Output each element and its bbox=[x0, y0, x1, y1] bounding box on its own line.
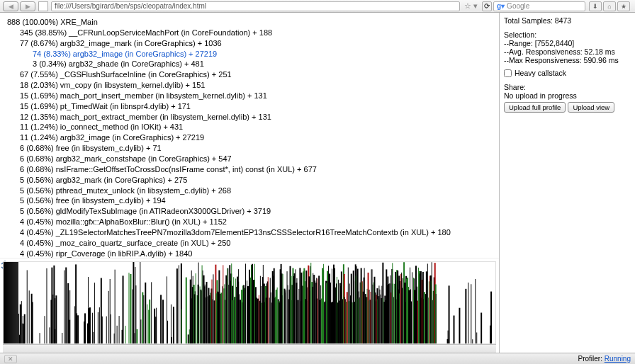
upload-status: No upload in progress bbox=[504, 91, 631, 100]
tree-row[interactable]: 888 (100.00%) XRE_Main bbox=[7, 17, 492, 28]
heavy-callstack-checkbox[interactable] bbox=[504, 69, 512, 77]
svg-rect-349 bbox=[369, 290, 370, 343]
svg-rect-205 bbox=[262, 303, 262, 344]
svg-rect-305 bbox=[337, 277, 337, 343]
tree-row[interactable]: 5 (0.56%) free (in libsystem_c.dylib) + … bbox=[20, 195, 492, 206]
svg-rect-207 bbox=[263, 265, 264, 343]
close-icon[interactable]: ✕ bbox=[4, 355, 17, 363]
tree-row[interactable]: 5 (0.56%) pthread_mutex_unlock (in libsy… bbox=[20, 186, 492, 196]
tree-row[interactable]: 12 (1.35%) mach_port_extract_member (in … bbox=[20, 112, 492, 123]
tree-row[interactable]: 18 (2.03%) vm_copy (in libsystem_kernel.… bbox=[20, 80, 492, 91]
selection-label: Selection: bbox=[504, 30, 631, 39]
tree-row[interactable]: 77 (8.67%) argb32_image_mark (in CoreGra… bbox=[20, 38, 492, 49]
svg-rect-302 bbox=[335, 268, 335, 344]
bookmark-star-icon[interactable]: ☆ bbox=[464, 1, 471, 11]
download-icon[interactable]: ⬇ bbox=[589, 1, 602, 11]
bookmarks-icon[interactable]: ★ bbox=[617, 1, 630, 11]
profiler-running-link[interactable]: Running bbox=[605, 355, 631, 363]
status-bar: ✕ Profiler: Running bbox=[0, 353, 635, 364]
svg-rect-367 bbox=[381, 286, 382, 344]
svg-rect-446 bbox=[459, 308, 460, 344]
svg-rect-287 bbox=[323, 264, 324, 344]
tree-row[interactable]: 67 (7.55%) _CGSFlushSurfaceInline (in Co… bbox=[20, 69, 492, 80]
forward-button[interactable]: ▶ bbox=[20, 1, 35, 11]
home-icon[interactable]: ⌂ bbox=[603, 1, 616, 11]
svg-rect-253 bbox=[298, 289, 299, 343]
horizontal-scrollbar[interactable] bbox=[3, 344, 496, 353]
svg-rect-316 bbox=[345, 299, 346, 343]
svg-rect-57 bbox=[88, 277, 89, 343]
url-bar[interactable]: file:///Users/bgirard/ben/sps/cleopatra/… bbox=[51, 1, 460, 11]
google-icon: g▾ bbox=[497, 2, 505, 10]
tree-row[interactable]: 6 (0.68%) argb32_mark_constshape (in Cor… bbox=[20, 154, 492, 164]
svg-rect-50 bbox=[74, 306, 75, 343]
svg-rect-358 bbox=[375, 302, 376, 344]
back-button[interactable]: ◀ bbox=[3, 1, 18, 11]
svg-rect-226 bbox=[277, 288, 278, 343]
tree-row[interactable]: 15 (1.69%) pt_TimedWait (in libnspr4.dyl… bbox=[20, 101, 492, 112]
svg-rect-431 bbox=[429, 281, 429, 343]
svg-rect-430 bbox=[428, 297, 429, 343]
refresh-button[interactable]: ⟳ bbox=[482, 1, 492, 11]
svg-rect-434 bbox=[431, 281, 432, 344]
dropdown-icon[interactable]: ▾ bbox=[473, 1, 478, 11]
svg-rect-348 bbox=[369, 300, 369, 343]
tree-row[interactable]: 11 (1.24%) argb32_image (in CoreGraphics… bbox=[20, 132, 492, 143]
search-box[interactable]: g▾ Google bbox=[493, 1, 585, 11]
svg-rect-288 bbox=[324, 302, 325, 343]
tree-row[interactable]: 11 (1.24%) io_connect_method (in IOKit) … bbox=[20, 122, 492, 132]
tree-row[interactable]: 3 (0.34%) argb32_shade (in CoreGraphics)… bbox=[33, 59, 492, 69]
svg-rect-294 bbox=[328, 266, 329, 343]
svg-rect-142 bbox=[212, 300, 213, 344]
bookmark-area: ☆ ▾ bbox=[461, 1, 481, 11]
svg-rect-353 bbox=[372, 269, 373, 343]
tree-row[interactable]: 4 (0.45%) mozilla::gfx::AlphaBoxBlur::Bl… bbox=[20, 217, 492, 227]
svg-rect-197 bbox=[254, 264, 255, 344]
svg-rect-296 bbox=[330, 283, 331, 343]
svg-rect-25 bbox=[22, 324, 23, 344]
svg-rect-268 bbox=[309, 290, 310, 343]
svg-rect-339 bbox=[362, 281, 363, 343]
svg-rect-382 bbox=[393, 284, 393, 344]
svg-rect-70 bbox=[111, 314, 111, 343]
histogram[interactable] bbox=[3, 261, 496, 344]
svg-rect-15 bbox=[14, 262, 15, 343]
call-tree[interactable]: 888 (100.00%) XRE_Main 345 (38.85%) __CF… bbox=[0, 13, 499, 258]
svg-rect-248 bbox=[293, 273, 295, 343]
svg-rect-425 bbox=[424, 292, 425, 343]
svg-rect-215 bbox=[269, 297, 270, 343]
tree-row-selected[interactable]: 74 (8.33%) argb32_image (in CoreGraphics… bbox=[33, 49, 492, 59]
svg-rect-204 bbox=[261, 286, 262, 343]
tree-row[interactable]: 6 (0.68%) free (in libsystem_c.dylib) + … bbox=[20, 143, 492, 154]
svg-rect-324 bbox=[352, 302, 352, 344]
svg-rect-319 bbox=[348, 268, 349, 344]
svg-rect-53 bbox=[77, 315, 79, 343]
upload-view-button[interactable]: Upload view bbox=[568, 102, 614, 113]
svg-rect-129 bbox=[203, 271, 203, 343]
svg-rect-132 bbox=[205, 285, 206, 344]
svg-rect-417 bbox=[418, 268, 419, 343]
search-placeholder: Google bbox=[507, 2, 529, 10]
tree-row[interactable]: 6 (0.68%) nsIFrame::GetOffsetToCrossDoc(… bbox=[20, 164, 492, 175]
svg-rect-184 bbox=[245, 288, 245, 344]
svg-rect-318 bbox=[347, 292, 348, 343]
tree-row[interactable]: 4 (0.45%) ripr_Coverage (in libRIP.A.dyl… bbox=[20, 249, 492, 258]
tree-row[interactable]: 15 (1.69%) mach_port_insert_member (in l… bbox=[20, 91, 492, 101]
svg-rect-428 bbox=[427, 279, 427, 344]
tree-row[interactable]: 345 (38.85%) __CFRunLoopServiceMachPort … bbox=[20, 28, 492, 38]
tree-row[interactable]: 4 (0.45%) _ZL19SelectorMatchesTreePN7moz… bbox=[20, 227, 492, 238]
share-label: Share: bbox=[504, 83, 631, 91]
svg-rect-152 bbox=[220, 292, 222, 343]
tree-row[interactable]: 4 (0.45%) _moz_cairo_quartz_surface_crea… bbox=[20, 238, 492, 249]
svg-rect-269 bbox=[310, 266, 310, 343]
svg-rect-97 bbox=[156, 308, 157, 344]
svg-rect-4 bbox=[6, 262, 7, 343]
svg-rect-352 bbox=[371, 269, 372, 343]
svg-rect-28 bbox=[24, 314, 26, 344]
tree-row[interactable]: 5 (0.56%) argb32_mark (in CoreGraphics) … bbox=[20, 175, 492, 186]
upload-full-button[interactable]: Upload full profile bbox=[504, 102, 566, 113]
svg-rect-8 bbox=[9, 262, 10, 343]
svg-rect-280 bbox=[318, 278, 318, 343]
svg-rect-162 bbox=[228, 285, 229, 343]
tree-row[interactable]: 5 (0.56%) gldModifyTexSubImage (in ATIRa… bbox=[20, 206, 492, 217]
